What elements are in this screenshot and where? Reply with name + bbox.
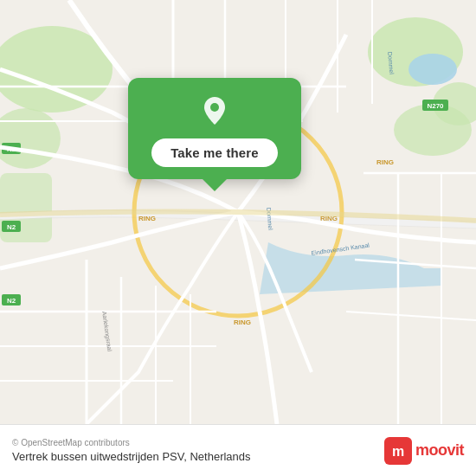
svg-text:RING: RING [138, 215, 156, 222]
footer: © OpenStreetMap contributors Vertrek bus… [0, 424, 476, 476]
footer-left: © OpenStreetMap contributors Vertrek bus… [12, 438, 251, 463]
svg-point-6 [394, 104, 472, 156]
svg-point-7 [408, 54, 457, 85]
map-svg: RING RING RING RING N2 N2 N2 N270 [0, 0, 476, 424]
svg-text:N270: N270 [427, 102, 444, 110]
popup-card: Take me there [128, 78, 301, 179]
map-container: RING RING RING RING N2 N2 N2 N270 [0, 0, 476, 424]
svg-text:N2: N2 [7, 223, 16, 231]
svg-text:m: m [392, 444, 404, 459]
moovit-brand-text: moovit [415, 441, 464, 460]
copyright-text: © OpenStreetMap contributors [12, 438, 251, 447]
svg-text:RING: RING [234, 318, 251, 326]
svg-text:RING: RING [376, 158, 394, 166]
take-me-there-button[interactable]: Take me there [151, 138, 278, 167]
app: RING RING RING RING N2 N2 N2 N270 [0, 0, 476, 476]
moovit-logo-icon: m [384, 437, 412, 465]
svg-point-45 [210, 103, 219, 112]
location-pin-icon [196, 92, 234, 130]
location-name: Vertrek bussen uitwedstrijden PSV, Nethe… [12, 450, 251, 463]
svg-text:N2: N2 [7, 297, 16, 305]
moovit-logo: m moovit [384, 437, 464, 465]
